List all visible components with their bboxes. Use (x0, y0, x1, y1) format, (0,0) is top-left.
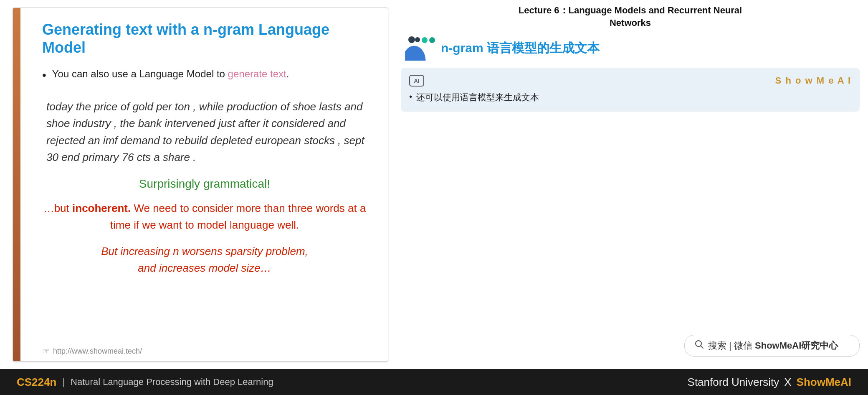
search-text: 搜索 | 微信 ShowMeAI研究中心 (708, 339, 838, 352)
right-panel: Lecture 6：Language Models and Recurrent … (397, 0, 868, 369)
ai-icon: AI (409, 75, 424, 87)
dot-teal (422, 37, 428, 43)
search-brand: ShowMeAI研究中心 (755, 340, 838, 351)
incoherent-bold: incoherent. (72, 202, 131, 214)
surprisingly-text: Surprisingly grammatical! (42, 177, 367, 191)
ngram-title-text: n-gram 语言模型的生成文本 (441, 40, 600, 57)
search-icon (695, 340, 704, 352)
slide-left-bar (13, 8, 20, 361)
dot-teal2 (429, 37, 435, 43)
incoherent-block: …but incoherent. We need to consider mor… (42, 200, 367, 234)
svg-line-1 (701, 346, 704, 349)
sparsity-block: But increasing n worsens sparsity proble… (42, 243, 367, 277)
slide-panel: Generating text with a n-gram Language M… (13, 8, 388, 362)
slide-title: Generating text with a n-gram Language M… (42, 20, 367, 56)
card-bullet: • 还可以使用语言模型来生成文本 (409, 92, 851, 103)
dot-dark (415, 37, 420, 42)
ngram-header: n-gram 语言模型的生成文本 (401, 36, 860, 61)
showmeai-bottom: ShowMeAI (797, 376, 851, 389)
bullet-dot: • (42, 68, 46, 82)
showmeai-card: AI S h o w M e A I • 还可以使用语言模型来生成文本 (401, 68, 860, 112)
bottom-bar: CS224n | Natural Language Processing wit… (0, 369, 868, 395)
generate-text-highlight: generate text (228, 68, 286, 79)
showmeai-brand: S h o w M e A I (775, 75, 851, 86)
stanford-text: Stanford University (688, 376, 779, 389)
card-bullet-text: 还可以使用语言模型来生成文本 (416, 92, 539, 103)
footer-url: http://www.showmeai.tech/ (53, 347, 142, 356)
bullet-1: • You can also use a Language Model to g… (42, 68, 367, 82)
italic-block: today the price of gold per ton , while … (42, 98, 367, 166)
pipe: | (62, 377, 65, 387)
card-header: AI S h o w M e A I (409, 75, 851, 87)
cs224n-label: CS224n (17, 376, 56, 389)
bottom-right: Stanford University X ShowMeAI (688, 376, 851, 389)
icon-dark-circle (408, 36, 415, 43)
course-name: Natural Language Processing with Deep Le… (71, 377, 273, 387)
bullet-1-text: You can also use a Language Model to gen… (52, 68, 289, 80)
icon-circles-right (415, 37, 435, 43)
bottom-left: CS224n | Natural Language Processing wit… (17, 376, 273, 389)
icon-blue-shape (405, 42, 428, 61)
search-bar[interactable]: 搜索 | 微信 ShowMeAI研究中心 (684, 335, 860, 357)
ngram-icon (405, 36, 435, 61)
sparsity-n: n (173, 245, 179, 257)
slide-footer: ☞ http://www.showmeai.tech/ (42, 346, 142, 356)
x-separator: X (784, 376, 791, 389)
cursor-icon: ☞ (42, 346, 50, 356)
card-bullet-dot: • (409, 92, 412, 102)
lecture-title: Lecture 6：Language Models and Recurrent … (401, 4, 860, 29)
